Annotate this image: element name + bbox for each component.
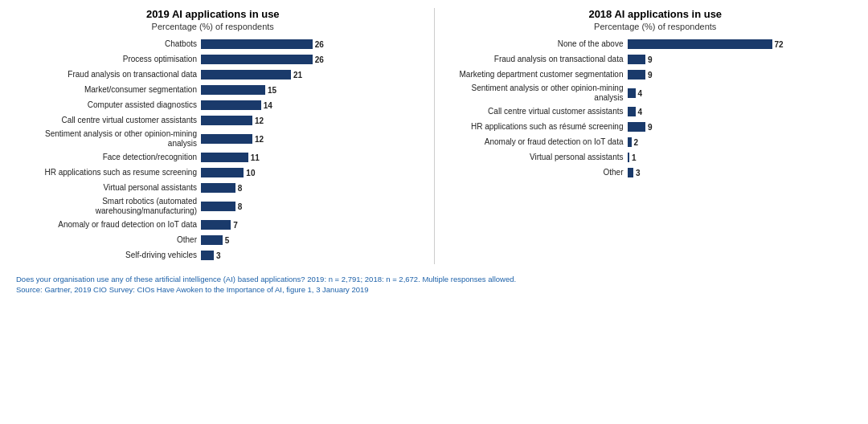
bar-label: HR applications such as résumé screening [459,122,628,132]
bar-fill [201,183,235,193]
bar-value: 72 [775,40,784,49]
bar-track: 8 [201,202,410,211]
charts-area: 2019 AI applications in use Percentage (… [16,8,852,264]
table-row: Self-driving vehicles3 [16,249,410,262]
bar-value: 9 [648,71,653,80]
bar-label: Chatbots [16,39,201,49]
table-row: Marketing department customer segmentati… [459,68,853,81]
bar-label: Sentiment analysis or other opinion-mini… [459,84,628,103]
bar-value: 10 [246,169,255,177]
bar-track: 15 [201,85,410,95]
bar-fill [201,153,248,162]
bar-fill [628,55,646,64]
footer-line1: Does your organisation use any of these … [16,274,852,284]
bar-track: 8 [201,183,410,193]
table-row: Fraud analysis on transactional data9 [459,53,853,66]
bar-fill [628,107,636,116]
bar-value: 8 [238,184,243,193]
bar-track: 3 [628,168,853,177]
bar-label: Fraud analysis on transactional data [459,55,628,64]
bar-value: 26 [315,55,324,64]
table-row: Virtual personal assistants8 [16,181,410,194]
bar-value: 8 [238,202,243,211]
chart-2018: 2018 AI applications in use Percentage (… [459,8,853,264]
bar-value: 26 [315,40,324,49]
bar-value: 21 [293,71,302,80]
bar-label: Marketing department customer segmentati… [459,70,628,80]
bar-value: 9 [648,123,653,132]
bar-track: 3 [201,251,410,260]
chart-2018-title: 2018 AI applications in use [459,8,853,20]
bar-fill [628,168,634,177]
bar-track: 7 [201,220,410,230]
chart-divider [434,8,435,264]
bar-value: 12 [255,116,264,125]
footer: Does your organisation use any of these … [16,274,852,296]
bar-value: 12 [255,135,264,144]
table-row: Call centre virtual customer assistants1… [16,114,410,127]
bar-track: 1 [628,153,853,162]
chart-2019-bars: Chatbots26Process optimisation26Fraud an… [16,38,410,262]
bar-label: Self-driving vehicles [16,251,201,260]
bar-value: 5 [225,236,230,245]
table-row: HR applications such as résumé screening… [459,120,853,133]
bar-label: Other [459,168,628,177]
bar-fill [201,70,291,80]
table-row: Sentiment analysis or other opinion-mini… [16,129,410,149]
bar-label: Anomaly or fraud detection on IoT data [16,220,201,230]
bar-track: 4 [628,107,853,116]
bar-track: 5 [201,235,410,245]
table-row: Computer assisted diagnostics14 [16,99,410,112]
bar-track: 12 [201,116,410,125]
bar-fill [201,116,252,125]
footer-line2: Source: Gartner, 2019 CIO Survey: CIOs H… [16,284,852,295]
bar-track: 2 [628,137,853,147]
bar-track: 26 [201,55,410,64]
bar-fill [628,153,630,162]
bar-label: Fraud analysis on transactional data [16,70,201,80]
bar-value: 7 [233,221,238,230]
bar-track: 9 [628,55,853,64]
table-row: Other3 [459,166,853,179]
bar-label: Call centre virtual customer assistants [459,107,628,116]
bar-fill [201,55,313,64]
bar-label: Call centre virtual customer assistants [16,116,201,125]
bar-label: Market/consumer segmentation [16,85,201,95]
table-row: Face detection/recognition11 [16,151,410,164]
bar-value: 3 [636,169,641,177]
chart-2019-title: 2019 AI applications in use [16,8,410,20]
bar-fill [201,235,223,245]
bar-fill [628,137,632,147]
bar-fill [201,39,313,49]
table-row: None of the above72 [459,38,853,51]
bar-track: 10 [201,168,410,177]
bar-label: Sentiment analysis or other opinion-mini… [16,129,201,149]
bar-fill [201,251,214,260]
bar-track: 72 [628,39,853,49]
chart-2019-subtitle: Percentage (%) of respondents [16,22,410,31]
bar-fill [201,202,235,211]
bar-track: 11 [201,153,410,162]
chart-2019: 2019 AI applications in use Percentage (… [16,8,410,264]
table-row: Sentiment analysis or other opinion-mini… [459,84,853,103]
bar-label: HR applications such as resume screening [16,168,201,177]
table-row: HR applications such as resume screening… [16,166,410,179]
bar-track: 14 [201,100,410,110]
bar-value: 2 [634,138,639,147]
bar-fill [628,39,772,49]
bar-label: Other [16,235,201,245]
bar-track: 9 [628,122,853,132]
bar-label: None of the above [459,39,628,49]
table-row: Virtual personal assistants1 [459,151,853,164]
table-row: Anomaly or fraud detection on IoT data7 [16,218,410,231]
bar-track: 4 [628,88,853,98]
bar-value: 15 [268,86,276,95]
table-row: Smart robotics (automated warehousing/ma… [16,197,410,216]
bar-label: Computer assisted diagnostics [16,100,201,110]
table-row: Call centre virtual customer assistants4 [459,105,853,118]
table-row: Process optimisation26 [16,53,410,66]
bar-value: 14 [264,101,272,110]
bar-label: Face detection/recognition [16,153,201,162]
table-row: Fraud analysis on transactional data21 [16,68,410,81]
bar-value: 9 [648,55,653,64]
